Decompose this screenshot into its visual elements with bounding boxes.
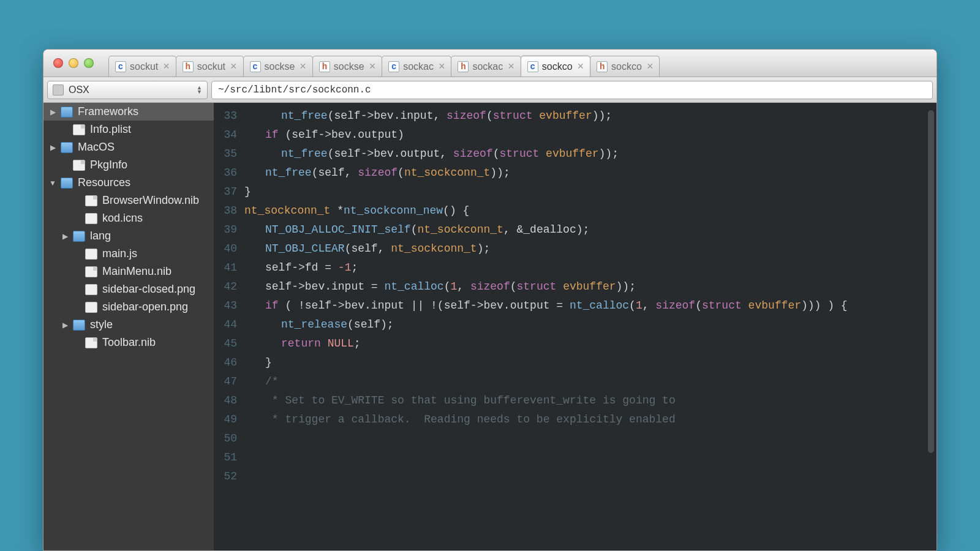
close-tab-icon[interactable]: × <box>508 60 514 73</box>
token-ty: evbuffer <box>748 299 801 312</box>
disclosure-icon[interactable]: ▶ <box>62 232 68 241</box>
close-tab-icon[interactable]: × <box>369 60 376 73</box>
token-op <box>321 337 328 350</box>
token-kw: sizeof <box>358 167 398 179</box>
scrollbar[interactable] <box>928 110 934 453</box>
code-line[interactable]: /* <box>244 372 930 391</box>
sidebar-item[interactable]: sidebar-closed.png <box>43 280 214 298</box>
code-line[interactable]: * trigger a callback. Reading needs to b… <box>244 410 930 429</box>
code-line[interactable]: nt_sockconn_t *nt_sockconn_new() { <box>244 201 930 220</box>
code-line[interactable]: } <box>244 182 930 201</box>
tab-sockse-h[interactable]: hsockse× <box>312 56 382 77</box>
line-number: 52 <box>214 467 237 486</box>
code-editor[interactable]: 3334353637383940414243444546474849505152… <box>214 103 937 550</box>
token-op: (self->bev.output) <box>279 129 404 141</box>
line-number: 50 <box>214 429 237 448</box>
sidebar-item[interactable]: Info.plist <box>43 121 214 138</box>
sidebar-item[interactable]: ▶style <box>43 316 214 334</box>
close-tab-icon[interactable]: × <box>439 60 445 73</box>
code-line[interactable]: nt_release(self); <box>244 315 930 334</box>
code-line[interactable]: NT_OBJ_ALLOC_INIT_self(nt_sockconn_t, &_… <box>244 220 930 239</box>
code-line[interactable]: self->bev.input = nt_calloc(1, sizeof(st… <box>244 277 930 296</box>
project-selector[interactable]: OSX ▲▼ <box>47 81 208 99</box>
code-line[interactable]: if (self->bev.output) <box>244 126 930 144</box>
sidebar[interactable]: ▶FrameworksInfo.plist▶MacOSPkgInfo▼Resou… <box>43 103 214 550</box>
token-op: ( <box>398 167 404 179</box>
sidebar-item[interactable]: MainMenu.nib <box>43 263 214 280</box>
line-number: 39 <box>214 220 237 239</box>
sidebar-item-label: PkgInfo <box>90 159 127 171</box>
token-op: )); <box>616 280 636 293</box>
close-tab-icon[interactable]: × <box>300 60 306 73</box>
token-op: () { <box>443 204 469 217</box>
line-number: 49 <box>214 410 237 429</box>
line-number: 38 <box>214 201 237 220</box>
filetype-c-icon: c <box>388 61 399 72</box>
sidebar-item[interactable]: BrowserWindow.nib <box>43 192 214 209</box>
sidebar-item[interactable]: sidebar-open.png <box>43 298 214 316</box>
tab-sockut-h[interactable]: hsockut× <box>176 56 244 77</box>
token-op: (self->bev.input, <box>328 110 447 122</box>
stepper-icon[interactable]: ▲▼ <box>197 86 202 94</box>
line-number: 48 <box>214 391 237 410</box>
code-line[interactable]: NT_OBJ_CLEAR(self, nt_sockconn_t); <box>244 239 930 258</box>
token-fn: nt_release <box>281 318 347 331</box>
sidebar-item[interactable]: kod.icns <box>43 209 214 227</box>
code-line[interactable]: nt_free(self->bev.output, sizeof(struct … <box>244 144 930 163</box>
token-ty: nt_sockconn_t <box>244 204 330 217</box>
line-number: 42 <box>214 277 237 296</box>
minimize-icon[interactable] <box>69 58 78 68</box>
code-line[interactable]: nt_free(self, sizeof(nt_sockconn_t)); <box>244 163 930 182</box>
tab-sockco-h[interactable]: hsockco× <box>590 56 660 77</box>
token-kw: sizeof <box>655 299 695 312</box>
code-line[interactable]: self->fd = -1; <box>244 258 930 277</box>
disclosure-icon[interactable]: ▶ <box>50 108 56 116</box>
tab-sockac-h[interactable]: hsockac× <box>451 56 521 77</box>
token-op: } <box>244 186 251 198</box>
sidebar-item[interactable]: Toolbar.nib <box>43 334 214 351</box>
zoom-icon[interactable] <box>84 58 94 68</box>
token-nm: -1 <box>338 261 352 274</box>
code-line[interactable]: } <box>244 353 930 372</box>
sidebar-item-label: kod.icns <box>102 212 143 225</box>
filetype-h-icon: h <box>458 61 469 72</box>
code-line[interactable]: nt_free(self->bev.input, sizeof(struct e… <box>244 107 930 126</box>
token-op: (self->bev.output, <box>328 148 453 160</box>
code-area[interactable]: nt_free(self->bev.input, sizeof(struct e… <box>242 103 937 550</box>
sidebar-item-label: style <box>90 318 113 331</box>
token-fn: NT_OBJ_ALLOC_INIT_self <box>265 223 411 236</box>
token-ty: nt_sockconn_t <box>417 223 503 236</box>
editor-window: csockut×hsockut×csockse×hsockse×csockac×… <box>43 49 937 551</box>
sidebar-item[interactable]: ▼Resources <box>43 174 214 192</box>
sidebar-item[interactable]: PkgInfo <box>43 156 214 174</box>
line-number: 45 <box>214 334 237 353</box>
path-input[interactable]: ~/src/libnt/src/sockconn.c <box>211 81 933 99</box>
code-line[interactable]: return NULL; <box>244 334 930 353</box>
disclosure-icon[interactable]: ▶ <box>62 321 68 329</box>
token-op: ); <box>477 242 491 255</box>
tab-sockse-c[interactable]: csockse× <box>243 56 313 77</box>
sidebar-item-label: sidebar-open.png <box>102 301 188 313</box>
close-tab-icon[interactable]: × <box>163 60 170 73</box>
token-ty: evbuffer <box>563 280 616 293</box>
sidebar-item[interactable]: ▶lang <box>43 227 214 245</box>
sidebar-item[interactable]: ▶MacOS <box>43 138 214 156</box>
sidebar-item[interactable]: main.js <box>43 245 214 263</box>
token-op: , <box>643 299 656 312</box>
sidebar-item[interactable]: ▶Frameworks <box>43 103 214 121</box>
img-icon <box>85 302 97 313</box>
disclosure-icon[interactable]: ▶ <box>50 143 56 152</box>
close-tab-icon[interactable]: × <box>647 60 654 73</box>
close-tab-icon[interactable]: × <box>578 60 584 73</box>
tab-sockut-c[interactable]: csockut× <box>108 56 176 77</box>
tab-sockco-c[interactable]: csockco× <box>521 56 590 77</box>
tab-sockac-c[interactable]: csockac× <box>382 56 451 77</box>
token-op <box>533 110 540 122</box>
tab-strip: csockut×hsockut×csockse×hsockse×csockac×… <box>104 50 937 77</box>
code-line[interactable]: * Set to EV_WRITE so that using bufferev… <box>244 391 930 410</box>
disclosure-icon[interactable]: ▼ <box>50 179 56 187</box>
close-icon[interactable] <box>53 58 63 68</box>
close-tab-icon[interactable]: × <box>230 60 237 73</box>
token-op: } <box>265 356 272 369</box>
code-line[interactable]: if ( !self->bev.input || !(self->bev.out… <box>244 296 930 315</box>
